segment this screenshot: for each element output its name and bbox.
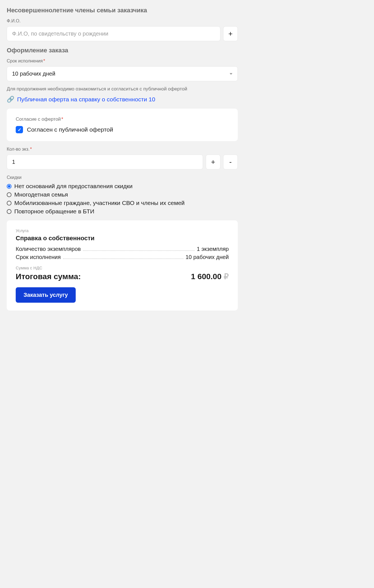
section-title-minors: Несовершеннолетние члены семьи заказчика (7, 7, 238, 14)
discounts-radio-group: Нет оснований для предоставления скидкиМ… (7, 183, 238, 215)
required-marker: * (61, 116, 63, 122)
summary-value: 1 экземпляр (197, 246, 229, 252)
summary-value: 10 рабочих дней (186, 254, 229, 260)
order-button[interactable]: Заказать услугу (16, 287, 76, 303)
qty-plus-button[interactable]: + (206, 155, 220, 169)
consent-card: Согласие с офертой* ✓ Согласен с публичн… (7, 109, 238, 141)
consent-text: Согласен с публичной офертой (27, 126, 113, 133)
radio-icon[interactable] (7, 192, 11, 197)
required-marker: * (30, 147, 32, 151)
service-name: Справка о собственности (16, 235, 229, 242)
summary-row: Срок исполнения10 рабочих дней (16, 254, 229, 260)
offer-link[interactable]: Публичная оферта на справку о собственно… (17, 96, 155, 103)
radio-icon[interactable] (7, 184, 11, 189)
total-label: Итоговая сумма: (16, 272, 81, 281)
term-label: Срок исполнения* (7, 59, 238, 64)
discount-option[interactable]: Повторное обращение в БТИ (7, 208, 238, 215)
total-value: 1 600.00 (191, 272, 221, 281)
term-select[interactable]: 10 рабочих дней (7, 66, 238, 81)
discount-option-label: Повторное обращение в БТИ (14, 208, 94, 215)
discount-option-label: Мобилизованные граждане, участники СВО и… (14, 200, 185, 206)
fio-label: Ф.И.О. (7, 18, 238, 24)
summary-card: Услуга Справка о собственности Количеств… (7, 220, 238, 311)
add-minor-button[interactable]: + (223, 26, 238, 41)
fio-input[interactable] (7, 26, 220, 41)
discounts-label: Скидки (7, 175, 238, 180)
summary-key: Срок исполнения (16, 254, 61, 260)
summary-key: Количество экземпляров (16, 246, 81, 252)
discount-option-label: Многодетная семья (14, 191, 68, 198)
qty-input[interactable] (7, 155, 203, 169)
discount-option-label: Нет оснований для предоставления скидки (14, 183, 133, 190)
discount-option[interactable]: Нет оснований для предоставления скидки (7, 183, 238, 190)
summary-row: Количество экземпляров1 экземпляр (16, 246, 229, 252)
link-icon: 🔗 (7, 96, 14, 103)
service-label: Услуга (16, 228, 229, 233)
qty-label: Кол-во экз.* (7, 147, 238, 152)
sum-label: Сумма с НДС (16, 265, 229, 270)
consent-label-text: Согласие с офертой (16, 116, 61, 122)
qty-minus-button[interactable]: - (223, 155, 238, 169)
discount-option[interactable]: Многодетная семья (7, 191, 238, 198)
offer-note: Для продолжения необходимо ознакомиться … (7, 86, 238, 92)
ruble-icon: ₽ (224, 272, 229, 281)
discount-option[interactable]: Мобилизованные граждане, участники СВО и… (7, 200, 238, 206)
consent-checkbox[interactable]: ✓ (16, 126, 23, 133)
consent-label: Согласие с офертой* (16, 116, 229, 122)
section-title-order: Оформление заказа (7, 47, 238, 54)
radio-icon[interactable] (7, 209, 11, 214)
term-value: 10 рабочих дней (12, 71, 55, 77)
radio-icon[interactable] (7, 201, 11, 206)
qty-label-text: Кол-во экз. (7, 147, 29, 151)
term-label-text: Срок исполнения (7, 59, 43, 63)
required-marker: * (43, 59, 45, 63)
chevron-down-icon (230, 73, 232, 75)
